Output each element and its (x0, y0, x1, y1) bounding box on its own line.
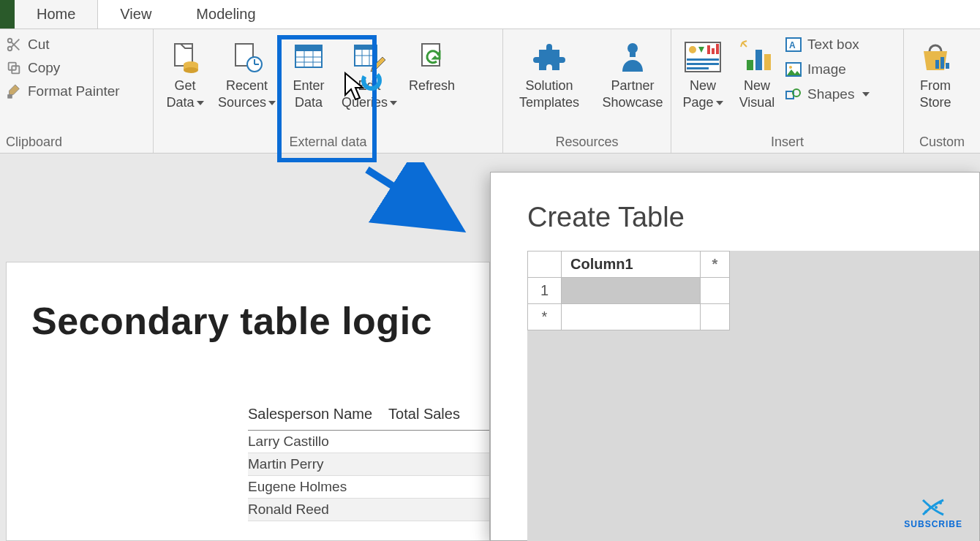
format-painter-label: Format Painter (28, 83, 120, 99)
chevron-down-icon (862, 92, 870, 97)
column-header-1[interactable]: Column1 (562, 251, 701, 278)
new-visual-label: New Visual (739, 77, 775, 110)
copy-icon (6, 60, 22, 76)
puzzle-icon (532, 37, 567, 77)
svg-rect-31 (707, 45, 710, 54)
cell-1-1[interactable] (562, 278, 701, 304)
copy-button[interactable]: Copy (6, 60, 120, 76)
dialog-title: Create Table (491, 173, 979, 251)
svg-point-30 (689, 46, 696, 53)
col-total-sales: Total Sales (388, 406, 460, 423)
file-tab-stub[interactable] (0, 0, 15, 29)
recent-sources-button[interactable]: Recent Sources (214, 34, 280, 113)
table-row: Ronald Reed (248, 499, 489, 521)
partner-showcase-button[interactable]: Partner Showcase (592, 34, 673, 113)
store-icon (918, 37, 953, 77)
svg-point-51 (924, 510, 927, 513)
group-resources: Solution Templates Partner Showcase Reso… (503, 29, 671, 153)
refresh-button[interactable]: Refresh (404, 34, 459, 97)
format-painter-button[interactable]: Format Painter (6, 83, 120, 99)
shapes-button[interactable]: Shapes (785, 86, 870, 102)
group-custom: From Store Custom (904, 29, 980, 153)
image-label: Image (807, 61, 846, 77)
svg-point-0 (8, 39, 12, 43)
row-header-1[interactable]: 1 (528, 278, 562, 304)
bar-chart-icon (739, 37, 774, 77)
enter-data-label: Enter Data (293, 77, 325, 110)
new-page-icon (684, 37, 722, 77)
sales-table[interactable]: Salesperson Name Total Sales Larry Casti… (248, 406, 489, 521)
from-store-label: From Store (919, 77, 951, 110)
solution-templates-label: Solution Templates (519, 77, 579, 110)
svg-rect-38 (755, 50, 762, 70)
tab-view[interactable]: View (98, 0, 174, 29)
svg-rect-6 (8, 95, 12, 99)
new-visual-button[interactable]: New Visual (731, 34, 783, 113)
cut-label: Cut (28, 37, 50, 53)
chevron-down-icon (716, 101, 723, 105)
svg-point-54 (939, 502, 942, 504)
svg-rect-32 (712, 48, 715, 54)
new-page-button[interactable]: New Page (677, 34, 728, 113)
cell-add-1[interactable] (562, 304, 701, 330)
col-salesperson: Salesperson Name (248, 406, 372, 423)
partner-showcase-label: Partner Showcase (602, 77, 663, 110)
group-custom-label: Custom (910, 135, 974, 150)
tab-home[interactable]: Home (15, 0, 98, 29)
svg-rect-39 (764, 54, 771, 70)
edit-queries-button[interactable]: Edit Queries (337, 34, 402, 113)
add-column-button[interactable]: * (701, 251, 730, 278)
svg-rect-16 (295, 45, 322, 51)
tab-view-label: View (120, 6, 151, 23)
enter-data-button[interactable]: Enter Data (283, 34, 334, 113)
get-data-label: Get Data (166, 78, 195, 110)
image-icon (785, 61, 802, 77)
create-table-dialog: Create Table Column1 * 1 * (490, 172, 980, 541)
group-external-label: External data (159, 135, 497, 150)
cell-1-add[interactable] (701, 278, 730, 304)
add-row-button[interactable]: * (528, 304, 562, 330)
tabs-bar: Home View Modeling (0, 0, 980, 29)
svg-text:A: A (789, 40, 796, 50)
tab-modeling-label: Modeling (196, 6, 255, 23)
group-external-data: Get Data Recent Sources Enter Data Edit … (154, 29, 503, 153)
cut-button[interactable]: Cut (6, 37, 120, 53)
chevron-down-icon (390, 101, 397, 105)
new-page-label: New Page (682, 78, 716, 110)
tab-modeling[interactable]: Modeling (174, 0, 278, 29)
edit-queries-label: Edit Queries (342, 78, 388, 110)
image-button[interactable]: Image (785, 61, 870, 77)
from-store-button[interactable]: From Store (910, 34, 961, 113)
refresh-label: Refresh (409, 77, 455, 94)
page-title: Secondary table logic (7, 262, 489, 362)
group-clipboard-label: Clipboard (6, 135, 147, 150)
copy-label: Copy (28, 60, 60, 76)
svg-rect-37 (747, 60, 753, 70)
group-clipboard: Cut Copy Format Painter Clipboard (0, 29, 154, 153)
person-icon (615, 37, 650, 77)
text-box-button[interactable]: A Text box (785, 37, 870, 53)
svg-point-53 (935, 506, 938, 509)
ribbon: Cut Copy Format Painter Clipboard (0, 29, 980, 154)
cell-add-add[interactable] (701, 304, 730, 330)
svg-rect-22 (355, 45, 377, 50)
svg-rect-47 (941, 57, 944, 69)
table-row: Eugene Holmes (248, 476, 489, 499)
solution-templates-button[interactable]: Solution Templates (509, 34, 589, 113)
get-data-button[interactable]: Get Data (159, 34, 211, 113)
group-resources-label: Resources (509, 135, 665, 150)
refresh-icon (415, 37, 450, 77)
subscribe-label: SUBSCRIBE (904, 519, 962, 529)
table-row: Martin Perry (248, 453, 489, 476)
group-insert-label: Insert (677, 135, 897, 150)
svg-rect-34 (687, 58, 719, 61)
get-data-icon (167, 37, 203, 77)
text-box-label: Text box (807, 37, 859, 53)
svg-point-52 (929, 506, 932, 509)
svg-rect-28 (630, 53, 636, 57)
edit-queries-icon (352, 37, 387, 77)
corner-cell[interactable] (528, 251, 562, 278)
svg-rect-33 (716, 44, 719, 54)
text-box-icon: A (785, 37, 802, 53)
subscribe-watermark: SUBSCRIBE (904, 497, 962, 529)
